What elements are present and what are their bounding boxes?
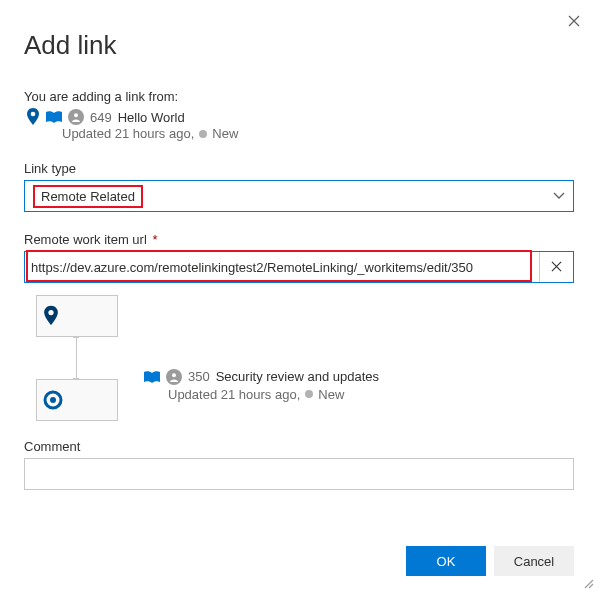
cancel-button[interactable]: Cancel — [494, 546, 574, 576]
diagram-source-box — [36, 295, 118, 337]
link-type-label: Link type — [24, 161, 574, 176]
book-icon — [46, 111, 62, 123]
source-item-title: Hello World — [118, 110, 185, 125]
diagram-boxes — [24, 295, 124, 423]
related-item-id: 350 — [188, 369, 210, 384]
target-pin-icon — [43, 390, 63, 410]
svg-point-1 — [74, 113, 78, 117]
related-item-block: 350 Security review and updates Updated … — [144, 369, 379, 402]
pin-icon — [43, 305, 59, 327]
svg-point-0 — [31, 112, 36, 117]
related-item-row: 350 Security review and updates — [144, 369, 379, 385]
svg-point-4 — [50, 397, 56, 403]
diagram-connector — [76, 337, 77, 379]
comment-input[interactable] — [24, 458, 574, 490]
comment-label: Comment — [24, 439, 574, 454]
remote-url-input[interactable] — [25, 252, 539, 282]
close-button[interactable] — [568, 14, 580, 30]
source-item-meta: Updated 21 hours ago, New — [62, 126, 574, 141]
remote-url-input-row — [24, 251, 574, 283]
pin-icon — [26, 108, 40, 126]
source-item-updated: Updated 21 hours ago, — [62, 126, 194, 141]
source-item-state: New — [212, 126, 238, 141]
svg-point-5 — [172, 373, 176, 377]
svg-point-2 — [48, 310, 53, 315]
avatar-icon — [166, 369, 182, 385]
source-item-id: 649 — [90, 110, 112, 125]
chevron-down-icon — [553, 192, 565, 200]
link-type-value-highlight: Remote Related — [33, 185, 143, 208]
clear-icon — [551, 261, 562, 272]
link-type-select[interactable]: Remote Related — [24, 180, 574, 212]
close-icon — [568, 15, 580, 27]
related-item-meta: Updated 21 hours ago, New — [168, 387, 379, 402]
related-item-updated: Updated 21 hours ago, — [168, 387, 300, 402]
dialog-title: Add link — [24, 30, 574, 61]
diagram-target-box — [36, 379, 118, 421]
ok-button[interactable]: OK — [406, 546, 486, 576]
source-item-row: 649 Hello World — [26, 108, 574, 126]
status-dot-icon — [199, 130, 207, 138]
required-indicator: * — [152, 232, 157, 247]
link-diagram: 350 Security review and updates Updated … — [24, 295, 574, 423]
avatar-icon — [68, 109, 84, 125]
from-label: You are adding a link from: — [24, 89, 574, 104]
dialog-footer: OK Cancel — [406, 546, 574, 576]
related-item-title: Security review and updates — [216, 369, 379, 384]
status-dot-icon — [305, 390, 313, 398]
remote-url-label: Remote work item url * — [24, 232, 574, 247]
clear-url-button[interactable] — [539, 252, 573, 282]
book-icon — [144, 371, 160, 383]
resize-grip-icon[interactable] — [582, 577, 594, 592]
related-item-state: New — [318, 387, 344, 402]
remote-url-label-text: Remote work item url — [24, 232, 147, 247]
link-type-value: Remote Related — [41, 189, 135, 204]
